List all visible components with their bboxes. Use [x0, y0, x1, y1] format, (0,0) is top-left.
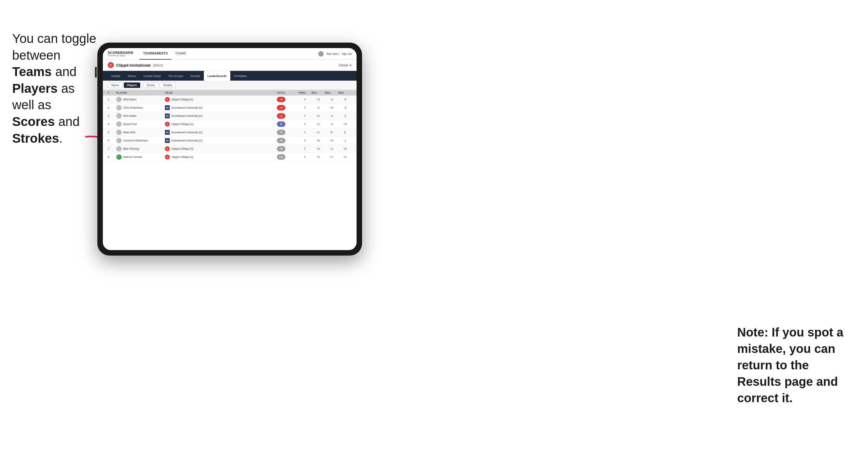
- player-name-2: Chris Robertson: [123, 106, 143, 109]
- avatar-2: [116, 105, 122, 111]
- strokes-bold: Strokes: [12, 131, 59, 146]
- table-row: 8 Marcus Turners C Clippd College [A] +1…: [103, 153, 356, 161]
- player-name-7: Blair McHarg: [123, 147, 139, 150]
- col-rank: #: [108, 91, 116, 94]
- rank-6: 6: [108, 139, 116, 142]
- team-3: SB Scoreboard University [A]: [165, 114, 277, 118]
- col-player: PLAYER: [116, 91, 165, 94]
- table-row: 1 Elliot Ebert C Clippd College [A] -8 F…: [103, 96, 356, 104]
- team-2: SB Scoreboard University [A]: [165, 105, 277, 110]
- sign-out-link[interactable]: Sign out: [342, 52, 352, 55]
- toggle-bar: Teams Players Scores Strokes: [103, 81, 356, 90]
- player-3: Rich Butler: [116, 113, 165, 119]
- teams-bold: Teams: [12, 64, 52, 79]
- scores-bold: Scores: [12, 115, 55, 129]
- rank-3: 3: [108, 115, 116, 118]
- tab-teams[interactable]: Teams: [124, 71, 140, 81]
- team-logo-1: C: [165, 97, 170, 102]
- rank-5: 5: [108, 131, 116, 134]
- team-1: C Clippd College [A]: [165, 97, 277, 102]
- total-4: E: [277, 121, 298, 127]
- nav-teams[interactable]: TEAMS: [171, 48, 190, 60]
- team-logo-8: C: [165, 155, 170, 159]
- table-header: # PLAYER TEAM TOTAL THRU RD1 RD2 RD3: [103, 90, 356, 96]
- toggle-teams[interactable]: Teams: [108, 83, 123, 88]
- team-6: SB Scoreboard University [A]: [165, 138, 277, 143]
- avatar-5: [116, 130, 122, 135]
- top-nav: SCOREBOARD Powered by clippd TOURNAMENTS…: [103, 48, 356, 60]
- close-icon: ✕: [349, 64, 352, 67]
- tab-leaderboards[interactable]: Leaderboards: [204, 71, 230, 81]
- players-bold: Players: [12, 81, 58, 96]
- leaderboard-table: # PLAYER TEAM TOTAL THRU RD1 RD2 RD3 1 E…: [103, 90, 356, 250]
- tournament-title-row: C Clippd Invitational (Men): [108, 62, 163, 68]
- team-logo-5: SB: [165, 130, 170, 135]
- tournament-name: Clippd Invitational (Men): [116, 63, 163, 67]
- tab-course-setup[interactable]: Course Setup: [140, 71, 164, 81]
- player-8: Marcus Turners: [116, 154, 165, 160]
- total-6: +6: [277, 138, 298, 143]
- right-annotation: Note: If you spot a mistake, you can ret…: [737, 324, 853, 406]
- player-2: Chris Robertson: [116, 105, 165, 111]
- tournament-header: C Clippd Invitational (Men) Cancel ✕: [103, 60, 356, 71]
- user-avatar: [318, 51, 324, 57]
- total-3: -2: [277, 113, 298, 119]
- player-name-4: David Ford: [123, 123, 136, 126]
- total-2: -4: [277, 105, 298, 111]
- total-7: +8: [277, 146, 298, 152]
- team-8: C Clippd College [A]: [165, 155, 277, 159]
- tab-tee-groups[interactable]: Tee Groups: [164, 71, 187, 81]
- total-8: +11: [277, 154, 298, 160]
- player-name-1: Elliot Ebert: [123, 98, 136, 101]
- toggle-scores[interactable]: Scores: [143, 83, 158, 88]
- player-1: Elliot Ebert: [116, 97, 165, 102]
- rank-8: 8: [108, 155, 116, 158]
- tab-bar: Details Teams Course Setup Tee Groups Re…: [103, 71, 356, 81]
- team-logo-4: C: [165, 122, 170, 127]
- table-row: 7 Blair McHarg C Clippd College [A] +8 F…: [103, 145, 356, 153]
- table-row: 4 David Ford C Clippd College [A] E F +1…: [103, 120, 356, 128]
- col-rd3: RD3: [338, 91, 352, 94]
- tablet-frame: SCOREBOARD Powered by clippd TOURNAMENTS…: [97, 42, 362, 255]
- top-nav-right: Test User | Sign out: [318, 51, 352, 57]
- tablet-screen: SCOREBOARD Powered by clippd TOURNAMENTS…: [103, 48, 356, 250]
- toggle-strokes[interactable]: Strokes: [160, 83, 176, 88]
- table-row: 6 Cameron Robertson SB Scoreboard Univer…: [103, 136, 356, 145]
- avatar-8: [116, 154, 122, 160]
- avatar-4: [116, 121, 122, 127]
- avatar-6: [116, 138, 122, 143]
- tab-details[interactable]: Details: [108, 71, 124, 81]
- toggle-players[interactable]: Players: [124, 83, 140, 88]
- table-row: 3 Rich Butler SB Scoreboard University […: [103, 112, 356, 120]
- cancel-button[interactable]: Cancel ✕: [339, 64, 352, 67]
- col-thru: THRU: [298, 91, 312, 94]
- team-logo-7: C: [165, 146, 170, 151]
- nav-tournaments[interactable]: TOURNAMENTS: [140, 48, 171, 60]
- rank-1: 1: [108, 98, 116, 101]
- team-logo-3: SB: [165, 114, 170, 118]
- table-row: 5 Rees Britt SB Scoreboard University [A…: [103, 128, 356, 136]
- team-logo-2: SB: [165, 105, 170, 110]
- team-logo-6: SB: [165, 138, 170, 143]
- top-nav-links: TOURNAMENTS TEAMS: [140, 48, 318, 60]
- team-7: C Clippd College [A]: [165, 146, 277, 151]
- left-annotation: You can toggle between Teams and Players…: [12, 30, 97, 147]
- tab-results[interactable]: Results: [187, 71, 204, 81]
- avatar-3: [116, 113, 122, 119]
- rank-7: 7: [108, 147, 116, 150]
- player-name-6: Cameron Robertson: [123, 139, 148, 142]
- user-name: Test User |: [326, 52, 339, 55]
- col-total: TOTAL: [277, 91, 298, 94]
- logo-sub: Powered by clippd: [108, 55, 133, 57]
- player-name-8: Marcus Turners: [123, 155, 143, 158]
- player-name-5: Rees Britt: [123, 131, 135, 134]
- tab-printables[interactable]: Printables: [230, 71, 250, 81]
- player-7: Blair McHarg: [116, 146, 165, 152]
- player-6: Cameron Robertson: [116, 138, 165, 143]
- col-team: TEAM: [165, 91, 277, 94]
- col-rd2: RD2: [325, 91, 338, 94]
- team-5: SB Scoreboard University [A]: [165, 130, 277, 135]
- avatar-7: [116, 146, 122, 152]
- rank-2: 2: [108, 106, 116, 109]
- total-5: +1: [277, 130, 298, 135]
